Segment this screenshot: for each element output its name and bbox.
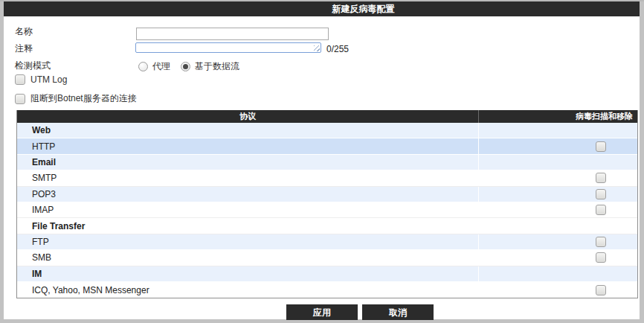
virus-scan-cell	[478, 123, 637, 138]
protocol-cell: Email	[17, 157, 478, 167]
virus-scan-column-header: 病毒扫描和移除	[479, 110, 637, 123]
protocol-column-header: 协议	[17, 110, 479, 123]
block-botnet-checkbox[interactable]	[15, 94, 25, 104]
table-row: File Transfer	[17, 218, 637, 234]
comment-counter: 0/255	[326, 44, 349, 54]
name-input[interactable]	[136, 28, 329, 40]
protocol-cell: SMTP	[17, 173, 478, 183]
dialog-titlebar: 新建反病毒配置	[4, 1, 640, 16]
virus-scan-checkbox[interactable]	[596, 173, 606, 183]
table-row: Web	[17, 123, 637, 138]
detection-mode-group: 代理 基于数据流	[138, 60, 245, 73]
protocol-cell: SMB	[17, 252, 478, 263]
virus-scan-checkbox[interactable]	[596, 252, 606, 263]
virus-scan-cell	[478, 266, 637, 281]
table-header: 协议 病毒扫描和移除	[17, 110, 637, 123]
cancel-button[interactable]: 取消	[362, 304, 434, 320]
virus-scan-cell	[478, 170, 637, 185]
table-row: FTP	[17, 234, 637, 250]
table-row: IM	[17, 266, 637, 282]
virus-scan-checkbox[interactable]	[596, 237, 606, 247]
comment-field-wrap	[135, 42, 321, 53]
protocol-cell: File Transfer	[17, 221, 478, 231]
block-botnet-label: 阻断到Botnet服务器的连接	[30, 92, 137, 105]
virus-scan-checkbox[interactable]	[596, 189, 606, 199]
dialog-title: 新建反病毒配置	[332, 1, 395, 16]
protocol-cell: IM	[17, 269, 478, 279]
button-bar: 应用 取消	[286, 304, 434, 320]
virus-scan-cell	[478, 155, 637, 170]
utm-log-label: UTM Log	[30, 74, 67, 85]
apply-button[interactable]: 应用	[286, 304, 358, 320]
virus-scan-cell	[478, 202, 637, 217]
block-botnet-option: 阻断到Botnet服务器的连接	[15, 92, 137, 105]
protocol-cell: Web	[17, 125, 478, 135]
protocol-cell: ICQ, Yahoo, MSN Messenger	[17, 285, 478, 295]
table-row: SMTP	[17, 170, 637, 186]
virus-scan-cell	[478, 234, 637, 249]
radio-flow-based[interactable]	[181, 62, 190, 71]
radio-proxy-label: 代理	[152, 60, 170, 73]
table-row: POP3	[17, 187, 637, 202]
virus-scan-cell	[478, 250, 637, 265]
comment-label: 注释	[15, 42, 33, 55]
protocol-cell: HTTP	[17, 141, 478, 152]
virus-scan-checkbox[interactable]	[596, 141, 606, 152]
table-row: Email	[17, 155, 637, 170]
protocol-cell: POP3	[17, 189, 478, 199]
utm-log-checkbox[interactable]	[15, 74, 25, 85]
detection-mode-label: 检测模式	[15, 60, 51, 72]
virus-scan-cell	[478, 282, 637, 298]
utm-log-option: UTM Log	[15, 74, 67, 85]
virus-scan-checkbox[interactable]	[596, 205, 606, 215]
protocol-cell: FTP	[17, 237, 478, 247]
table-row: SMB	[17, 250, 637, 266]
table-row: ICQ, Yahoo, MSN Messenger	[17, 282, 637, 298]
virus-scan-cell	[478, 218, 637, 233]
radio-proxy[interactable]	[138, 62, 148, 71]
table-row: IMAP	[17, 202, 637, 218]
virus-scan-cell	[478, 187, 637, 202]
radio-flow-based-label: 基于数据流	[195, 60, 239, 73]
table-row: HTTP	[17, 138, 637, 154]
virus-scan-checkbox[interactable]	[596, 285, 606, 295]
comment-input[interactable]	[135, 42, 321, 53]
virus-scan-cell	[478, 138, 637, 153]
name-label: 名称	[15, 25, 33, 38]
table-body: WebHTTPEmailSMTPPOP3IMAPFile TransferFTP…	[17, 123, 637, 298]
protocol-table: 协议 病毒扫描和移除 WebHTTPEmailSMTPPOP3IMAPFile …	[16, 110, 638, 298]
protocol-cell: IMAP	[17, 205, 478, 215]
